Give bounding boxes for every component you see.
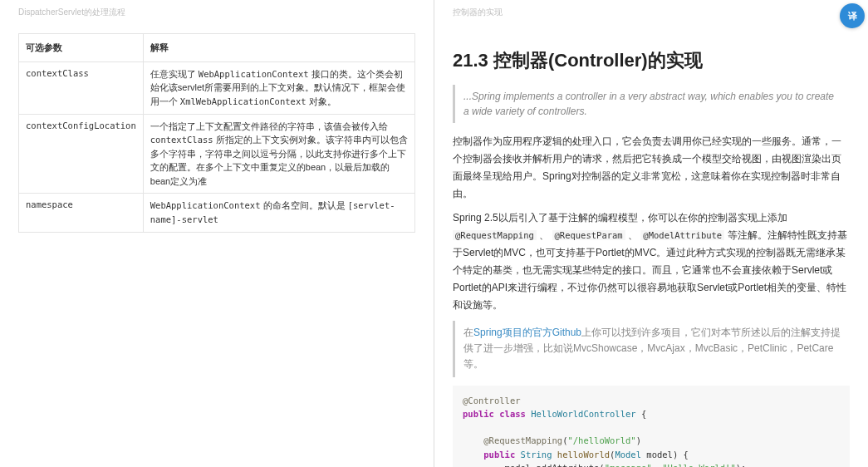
param-desc-cell: 任意实现了 WebApplicationContext 接口的类。这个类会初始化… bbox=[143, 61, 414, 114]
translate-icon: 译 bbox=[848, 10, 857, 22]
param-name-cell: contextConfigLocation bbox=[19, 114, 144, 194]
intro-quote: ...Spring implements a controller in a v… bbox=[453, 85, 850, 123]
paragraph-2: Spring 2.5以后引入了基于注解的编程模型，你可以在你的控制器实现上添加 … bbox=[453, 209, 850, 314]
table-header-row: 可选参数 解释 bbox=[19, 34, 415, 62]
section-title: 21.3 控制器(Controller)的实现 bbox=[453, 48, 850, 73]
param-name-cell: namespace bbox=[19, 194, 144, 233]
translate-button[interactable]: 译 bbox=[840, 3, 865, 28]
param-desc-cell: WebApplicationContext 的命名空间。默认是 [servlet… bbox=[143, 194, 414, 233]
left-header: DispatcherServlet的处理流程 bbox=[18, 7, 415, 18]
params-table: 可选参数 解释 contextClass 任意实现了 WebApplicatio… bbox=[18, 33, 415, 233]
param-desc-cell: 一个指定了上下文配置文件路径的字符串，该值会被传入给 contextClass … bbox=[143, 114, 414, 194]
paragraph-1: 控制器作为应用程序逻辑的处理入口，它会负责去调用你已经实现的一些服务。通常，一个… bbox=[453, 133, 850, 203]
table-row: contextConfigLocation 一个指定了上下文配置文件路径的字符串… bbox=[19, 114, 415, 194]
left-pane: DispatcherServlet的处理流程 可选参数 解释 contextCl… bbox=[0, 0, 434, 467]
table-row: contextClass 任意实现了 WebApplicationContext… bbox=[19, 61, 415, 114]
table-row: namespace WebApplicationContext 的命名空间。默认… bbox=[19, 194, 415, 233]
code-sample: @Controller public class HelloWorldContr… bbox=[453, 386, 850, 467]
param-name-cell: contextClass bbox=[19, 61, 144, 114]
col-desc: 解释 bbox=[143, 34, 414, 62]
col-param: 可选参数 bbox=[19, 34, 144, 62]
right-header: 控制器的实现 bbox=[453, 7, 850, 18]
info-quote: 在Spring项目的官方Github上你可以找到许多项目，它们对本节所述以后的注… bbox=[453, 321, 850, 377]
right-pane: 译 控制器的实现 21.3 控制器(Controller)的实现 ...Spri… bbox=[434, 0, 868, 467]
